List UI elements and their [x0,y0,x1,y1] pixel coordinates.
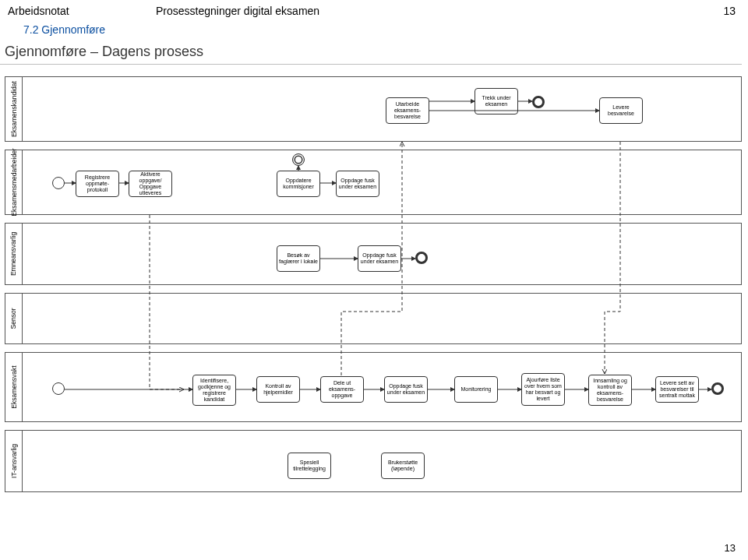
lane-label: Sensor [5,294,23,343]
intermediate-event [292,153,305,166]
end-event [711,382,724,395]
task-ajourfore-liste: Ajourføre liste over hvem som har besvar… [521,373,565,406]
task-registrere-oppmote: Registrere oppmøte-protokoll [76,171,119,197]
task-utarbeide-besvarelse: Utarbeide eksamens-besvarelse [386,97,429,124]
header-center: Prosesstegninger digital eksamen [156,5,319,17]
section-heading: 7.2 Gjennomføre [23,23,105,36]
task-besok-faglaerer: Besøk av faglærer i lokale [277,245,320,272]
lane-label: Emneansvarlig [5,224,23,284]
task-aktivere-oppgave: Aktivere oppgave/ Oppgave utleveres [129,171,172,197]
task-levere-besvarelse: Levere besvarelse [599,97,643,124]
lane-it-ansvarlig: IT-ansvarlig Spesiell tilrettelegging Br… [5,430,742,492]
task-trekk-under-eksamen: Trekk under eksamen [475,88,518,114]
lane-sensor: Sensor [5,293,742,344]
lane-emneansvarlig: Emneansvarlig Besøk av faglærer i lokale… [5,223,742,285]
end-event [415,252,428,264]
lane-label: IT-ansvarlig [5,431,23,491]
lane-eksamensvakt: Eksamensvakt Identifisere, godkjenne og … [5,352,742,422]
task-oppdage-fusk: Oppdage fusk under eksamen [336,171,379,197]
title-rule [0,64,742,65]
task-identifisere-kandidat: Identifisere, godkjenne og registrere ka… [192,375,236,406]
lane-eksamenskandidat: Eksamenskandidat Utarbeide eksamens-besv… [5,76,742,142]
task-brukerstotte: Brukerstøtte (løpende) [381,453,425,479]
task-monitorering: Monitorering [454,376,498,403]
header-left: Arbeidsnotat [8,5,69,17]
task-innsamling-kontroll: Innsamling og kontroll av eksamens-besva… [588,375,632,406]
task-dele-ut-oppgave: Dele ut eksamens-oppgave [320,376,364,403]
task-kontroll-hjelpemidler: Kontroll av hjelpemidler [256,376,300,403]
task-oppdage-fusk: Oppdage fusk under eksamen [358,245,401,272]
task-spesiell-tilrettelegging: Spesiell tilrettelegging [288,453,331,479]
lane-label: Eksamensvakt [5,353,23,421]
lane-label: Eksamensmedarbeider [5,150,23,214]
diagram-title: Gjennomføre – Dagens prosess [5,44,203,60]
lane-eksamensmedarbeider: Eksamensmedarbeider Registrere oppmøte-p… [5,150,742,215]
task-levere-sett: Levere sett av besvarelser til sentralt … [655,376,699,403]
lane-label: Eksamenskandidat [5,77,23,141]
footer-page-number: 13 [725,542,736,554]
task-oppdage-fusk: Oppdage fusk under eksamen [384,376,428,403]
start-event [52,177,65,189]
end-event [532,96,545,108]
task-oppdatere-kommisjoner: Oppdatere kommisjoner [277,171,320,197]
header-page-number: 13 [723,5,736,17]
start-event [52,382,65,395]
